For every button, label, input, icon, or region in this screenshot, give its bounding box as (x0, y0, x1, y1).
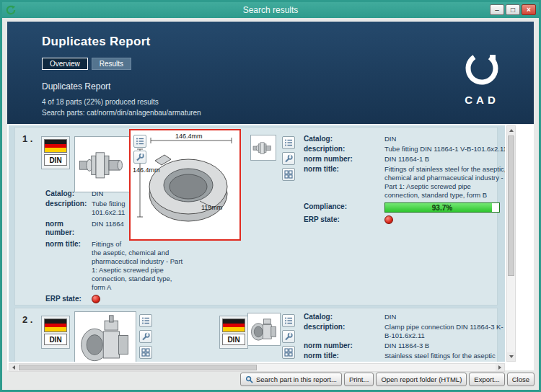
search-part-button[interactable]: Search part in this report... (240, 373, 342, 386)
part-thumbnail[interactable] (74, 136, 131, 192)
tab-results[interactable]: Results (92, 58, 131, 70)
export-button[interactable]: Export... (469, 373, 504, 386)
catalog-badge-label: DIN (44, 334, 67, 345)
search-parts-path: Search parts: cat/norm/din/anlagenbau/ar… (42, 109, 201, 117)
pipe-fitting-image (76, 138, 128, 190)
result-entry-2: 2 . DIN (14, 308, 498, 362)
tools-button[interactable] (139, 330, 152, 343)
catalog-badge-label: DIN (222, 334, 245, 345)
description-label: description: (304, 323, 384, 331)
open-report-folder-button[interactable]: Open report folder (HTML) (376, 373, 467, 386)
horizontal-scroll-thumb[interactable] (19, 365, 257, 370)
arrow-left-icon (10, 365, 15, 370)
result-entry-1: 1 . DIN (14, 127, 498, 306)
tools-button[interactable] (133, 151, 146, 164)
norm-title-label: norm title: (304, 352, 384, 360)
wrench-icon (136, 153, 144, 161)
open-report-folder-label: Open report folder (HTML) (381, 375, 462, 383)
compare-grid-button[interactable] (282, 346, 295, 359)
arrow-up-icon (509, 127, 514, 132)
arrow-down-icon (509, 355, 514, 360)
duplicate-part-details: Catalog:DIN description:Clamp pipe conne… (304, 313, 505, 362)
search-results-window: Search results – □ × Duplicates Report O… (0, 0, 541, 392)
search-icon (245, 375, 253, 383)
erp-state-indicator (384, 215, 393, 224)
norm-number-label: norm number: (304, 155, 384, 164)
erp-state-label: ERP state: (45, 295, 92, 303)
compliance-label: Compliance: (304, 202, 384, 211)
tools-button[interactable] (282, 152, 295, 165)
list-icon (136, 137, 144, 146)
close-dialog-button[interactable]: Close (507, 373, 535, 386)
export-button-label: Export... (474, 375, 499, 383)
results-viewport: 1 . DIN (9, 125, 505, 362)
result-summary: 4 of 18 parts (22%) produced results (42, 98, 159, 106)
norm-number-value: DIN 11864-3 B (384, 342, 505, 350)
cadenas-logo-text: CAD (456, 94, 508, 106)
description-value: Tube fitting DIN 11864-1 V-B-101.6x2.11 (384, 145, 505, 153)
caption-buttons: – □ × (490, 4, 536, 15)
dimension-width: 146.4mm (175, 133, 203, 140)
cadenas-logo-ring-icon (464, 50, 500, 86)
details-list-button[interactable] (139, 314, 152, 327)
footer-button-bar: Search part in this report... Print... O… (2, 370, 539, 388)
compare-grid-button[interactable] (282, 168, 295, 181)
description-label: description: (45, 200, 92, 208)
part-tool-buttons (282, 314, 295, 359)
part-tool-buttons (133, 135, 146, 164)
vertical-scroll-thumb[interactable] (508, 135, 514, 276)
part-thumbnail-small[interactable] (247, 313, 281, 346)
erp-state-label: ERP state: (304, 215, 384, 224)
titlebar[interactable]: Search results – □ × (2, 2, 539, 18)
wrench-icon (284, 154, 293, 163)
catalog-value: DIN (384, 313, 505, 321)
report-header: Duplicates Report Overview Results Dupli… (7, 22, 534, 124)
description-value: Clamp pipe connection DIN 11864-3 K-B-10… (384, 323, 505, 340)
close-icon[interactable]: × (522, 4, 536, 15)
report-panel: Duplicates Report Overview Results Dupli… (7, 22, 534, 370)
list-icon (284, 138, 293, 147)
pipe-fitting-image-small (252, 136, 275, 159)
grid-icon (141, 348, 150, 357)
list-icon (141, 316, 150, 325)
list-icon (284, 316, 293, 325)
duplicate-part-details: Catalog:DIN description:Tube fitting DIN… (304, 135, 505, 226)
catalog-flag-badge: DIN (41, 136, 70, 169)
details-list-button[interactable] (282, 136, 295, 149)
norm-title-value: Fittings of the aseptic, chemical and ph… (92, 240, 207, 292)
description-label: description: (304, 145, 384, 153)
result-index: 2 . (22, 314, 32, 325)
catalog-value: DIN (384, 135, 505, 143)
maximize-button[interactable]: □ (506, 4, 520, 15)
minimize-button[interactable]: – (490, 4, 504, 15)
print-button-label: Print... (349, 375, 369, 383)
vertical-scrollbar[interactable] (506, 125, 516, 362)
scroll-up-button[interactable] (507, 126, 515, 135)
catalog-flag-badge: DIN (41, 316, 70, 349)
dimension-height: 146.4mm (133, 166, 160, 174)
details-list-button[interactable] (133, 135, 146, 148)
grid-icon (284, 348, 293, 357)
norm-number-value: DIN 11864-1 B (384, 155, 505, 164)
norm-title-value: Stainless steel fittings for the aseptic (384, 352, 505, 360)
german-flag-icon (222, 318, 245, 332)
compliance-value: 93.7% (385, 203, 499, 212)
tab-overview[interactable]: Overview (42, 58, 88, 70)
clamp-fitting-image (76, 313, 134, 362)
part-thumbnail[interactable] (74, 311, 136, 362)
norm-title-value: Fittings of stainless steel for the asep… (384, 165, 505, 200)
catalog-flag-badge: DIN (219, 316, 248, 349)
compare-grid-button[interactable] (139, 346, 152, 359)
details-list-button[interactable] (282, 314, 295, 327)
print-button[interactable]: Print... (344, 373, 374, 386)
part-thumbnail-small[interactable] (250, 135, 276, 161)
scroll-down-button[interactable] (507, 352, 515, 361)
norm-number-label: norm number: (45, 220, 92, 237)
tools-button[interactable] (282, 330, 295, 343)
arrow-right-icon (498, 365, 503, 370)
german-flag-icon (44, 139, 67, 153)
norm-number-label: norm number: (304, 342, 384, 350)
clamp-fitting-image-small (249, 315, 279, 344)
cadenas-logo: CAD (456, 50, 508, 106)
search-part-button-label: Search part in this report... (256, 375, 337, 383)
